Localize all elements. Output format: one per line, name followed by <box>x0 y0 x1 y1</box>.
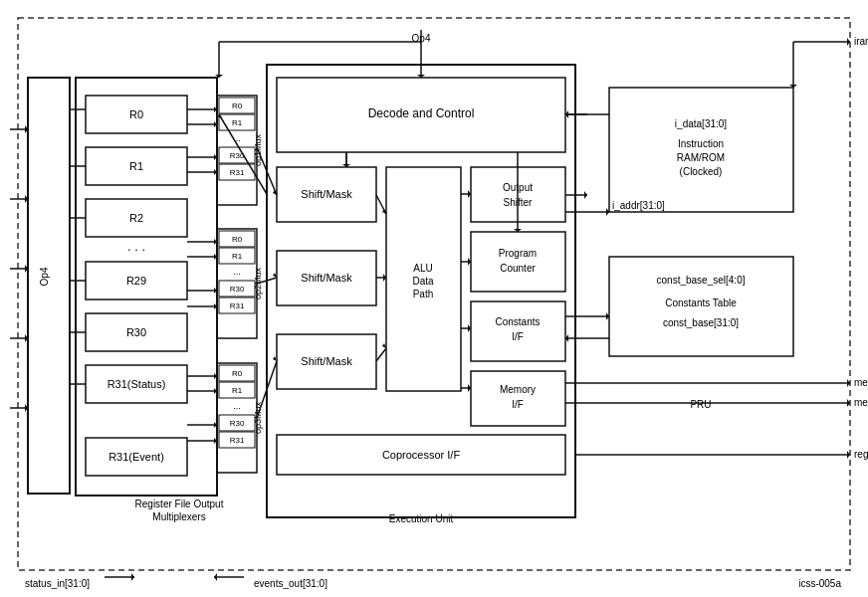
svg-text:...: ... <box>233 133 241 143</box>
svg-text:Counter: Counter <box>500 263 536 274</box>
svg-text:i_addr[31:0]: i_addr[31:0] <box>612 200 665 211</box>
svg-text:status_in[31:0]: status_in[31:0] <box>25 578 90 589</box>
svg-text:...: ... <box>233 401 241 411</box>
block-diagram-svg: Op4 R0 R1 R2 . . . R29 R30 R31(Status) R… <box>0 0 868 597</box>
svg-rect-0 <box>18 18 850 570</box>
svg-text:R31: R31 <box>230 436 245 445</box>
svg-marker-181 <box>214 573 217 581</box>
svg-text:R0: R0 <box>232 235 243 244</box>
svg-text:Instruction: Instruction <box>678 138 724 149</box>
svg-text:Program: Program <box>499 248 537 259</box>
svg-text:Coprocessor I/F: Coprocessor I/F <box>382 449 461 461</box>
svg-text:R0: R0 <box>129 108 143 120</box>
svg-text:Shift/Mask: Shift/Mask <box>301 272 352 284</box>
svg-text:R31: R31 <box>230 301 245 310</box>
svg-text:R2: R2 <box>129 212 143 224</box>
svg-text:R30: R30 <box>230 419 245 428</box>
svg-text:Constants Table: Constants Table <box>665 298 737 308</box>
svg-text:Constants: Constants <box>495 316 540 327</box>
svg-rect-13 <box>76 78 217 496</box>
svg-text:(Clocked): (Clocked) <box>680 166 723 177</box>
svg-text:Execution Unit: Execution Unit <box>389 513 454 524</box>
svg-text:Decode and Control: Decode and Control <box>368 106 475 120</box>
svg-text:I/F: I/F <box>512 331 524 342</box>
svg-text:regs_XXX: regs_XXX <box>854 449 868 460</box>
svg-text:R1: R1 <box>232 118 243 127</box>
svg-text:R29: R29 <box>126 275 146 287</box>
svg-text:Multiplexers: Multiplexers <box>152 511 205 522</box>
svg-text:i_data[31:0]: i_data[31:0] <box>675 118 727 129</box>
svg-marker-172 <box>584 191 587 199</box>
svg-text:...: ... <box>233 267 241 277</box>
svg-text:Op4: Op4 <box>39 267 50 286</box>
svg-text:R31(Event): R31(Event) <box>108 451 164 463</box>
svg-text:RAM/ROM: RAM/ROM <box>677 152 725 163</box>
svg-text:R1: R1 <box>232 252 243 261</box>
svg-text:iram_XXX: iram_XXX <box>854 36 868 47</box>
svg-text:R0: R0 <box>232 369 243 378</box>
svg-text:R0: R0 <box>232 101 243 110</box>
svg-rect-51 <box>217 363 257 473</box>
svg-text:Shift/Mask: Shift/Mask <box>301 188 352 200</box>
svg-line-161 <box>376 348 386 361</box>
svg-text:PRU: PRU <box>690 399 711 410</box>
svg-text:Shift/Mask: Shift/Mask <box>301 355 352 367</box>
svg-text:const_base[31:0]: const_base[31:0] <box>663 317 739 328</box>
svg-text:Register File Output: Register File Output <box>135 498 224 509</box>
svg-text:R1: R1 <box>232 386 243 395</box>
svg-text:icss-005a: icss-005a <box>798 578 841 589</box>
svg-text:mem0_XXX: mem0_XXX <box>854 377 868 388</box>
diagram-container: Op4 R0 R1 R2 . . . R29 R30 R31(Status) R… <box>0 0 868 597</box>
svg-marker-178 <box>131 573 134 581</box>
svg-text:mem1_XXX: mem1_XXX <box>854 397 868 408</box>
svg-text:R1: R1 <box>129 160 143 172</box>
svg-text:R30: R30 <box>230 285 245 294</box>
svg-rect-102 <box>471 232 565 292</box>
svg-text:I/F: I/F <box>512 399 524 410</box>
svg-text:Data: Data <box>412 276 434 287</box>
svg-text:const_base_sel[4:0]: const_base_sel[4:0] <box>657 275 746 286</box>
svg-rect-113 <box>609 88 793 212</box>
svg-text:R31: R31 <box>230 168 245 177</box>
svg-text:R30: R30 <box>126 326 146 338</box>
svg-text:ALU: ALU <box>413 263 432 274</box>
svg-rect-29 <box>217 96 257 205</box>
svg-rect-40 <box>217 229 257 338</box>
svg-text:R31(Status): R31(Status) <box>108 378 166 390</box>
svg-text:. . .: . . . <box>127 239 145 254</box>
svg-text:Memory: Memory <box>500 384 536 395</box>
svg-text:Path: Path <box>413 289 434 299</box>
svg-text:events_out[31:0]: events_out[31:0] <box>254 578 327 589</box>
